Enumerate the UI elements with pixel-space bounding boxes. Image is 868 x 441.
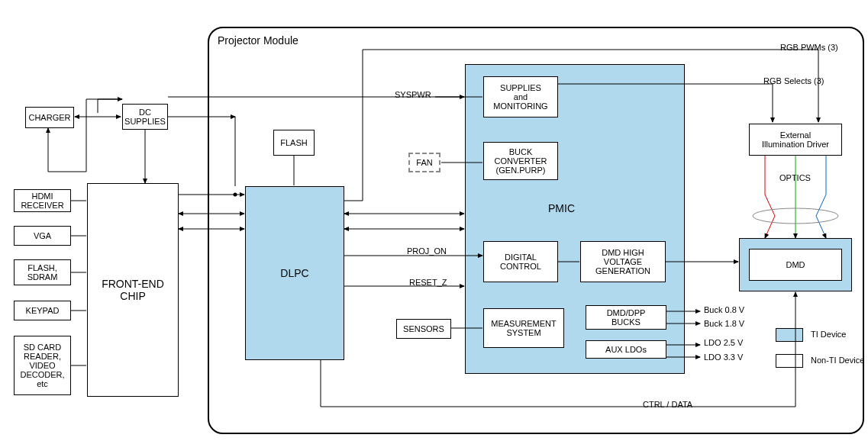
sensors-block: SENSORS [396, 319, 451, 339]
legend-nonti-swatch [776, 354, 803, 368]
syspwr-label: SYSPWR [395, 90, 431, 99]
pmic-buck-conv-label: BUCK CONVERTER (GEN.PURP) [495, 147, 547, 175]
ldo33-label: LDO 3.3 V [704, 352, 743, 362]
pmic-dmd-hv-block: DMD HIGH VOLTAGE GENERATION [580, 241, 666, 282]
sensors-label: SENSORS [403, 324, 444, 333]
keypad-block: KEYPAD [14, 301, 71, 320]
fan-label: FAN [416, 158, 432, 167]
legend-nonti-label: Non-TI Device [811, 356, 864, 365]
pmic-dmd-bucks-block: DMD/DPP BUCKS [586, 305, 666, 330]
charger-label: CHARGER [28, 113, 70, 122]
flash-sdram-block: FLASH, SDRAM [14, 259, 71, 285]
pmic-digital-block: DIGITAL CONTROL [483, 241, 558, 282]
buck08-label: Buck 0.8 V [704, 305, 744, 314]
pmic-measurement-label: MEASUREMENT SYSTEM [491, 319, 557, 337]
optics-label: OPTICS [779, 173, 811, 182]
legend-ti-swatch [776, 328, 803, 342]
dmd-block: DMD [749, 249, 842, 281]
flash-block: FLASH [273, 130, 315, 156]
ext-illum-label: External Illumination Driver [762, 130, 829, 149]
sdcard-block: SD CARD READER, VIDEO DECODER, etc [14, 336, 71, 395]
ctrl-data-label: CTRL / DATA [643, 400, 692, 409]
projector-module-title: Projector Module [218, 34, 298, 47]
legend-ti-label: TI Device [811, 330, 846, 339]
pmic-digital-label: DIGITAL CONTROL [500, 253, 541, 271]
pmic-aux-ldos-block: AUX LDOs [586, 340, 666, 359]
front-end-chip-label: FRONT-END CHIP [102, 278, 164, 302]
pmic-measurement-block: MEASUREMENT SYSTEM [483, 308, 564, 348]
fan-block: FAN [408, 153, 440, 172]
pmic-title: PMIC [548, 202, 575, 214]
dlpc-label: DLPC [280, 267, 308, 279]
pmic-buck-conv-block: BUCK CONVERTER (GEN.PURP) [483, 142, 558, 180]
hdmi-block: HDMI RECEIVER [14, 189, 71, 212]
proj-on-label: PROJ_ON [407, 246, 447, 256]
pmic-dmd-hv-label: DMD HIGH VOLTAGE GENERATION [595, 248, 650, 275]
dc-supplies-label: DC SUPPLIES [124, 108, 166, 126]
ext-illum-block: External Illumination Driver [749, 124, 842, 156]
dmd-label: DMD [786, 260, 805, 269]
keypad-label: KEYPAD [26, 306, 60, 315]
flash-label: FLASH [280, 138, 307, 147]
pmic-supplies-block: SUPPLIES and MONITORING [483, 76, 558, 117]
diagram-canvas: Projector Module CHARGER DC SUPPLIES HDM… [0, 0, 868, 441]
pmic-aux-ldos-label: AUX LDOs [605, 345, 647, 354]
rgb-pwms-label: RGB PWMs (3) [780, 43, 838, 52]
rgb-selects-label: RGB Selects (3) [763, 76, 824, 85]
pmic-supplies-label: SUPPLIES and MONITORING [493, 83, 547, 111]
dlpc-block: DLPC [245, 186, 344, 360]
pmic-dmd-bucks-label: DMD/DPP BUCKS [607, 308, 646, 327]
front-end-chip-block: FRONT-END CHIP [87, 183, 179, 397]
charger-block: CHARGER [25, 107, 74, 128]
vga-block: VGA [14, 226, 71, 246]
sdcard-label: SD CARD READER, VIDEO DECODER, etc [20, 343, 64, 388]
ldo25-label: LDO 2.5 V [704, 338, 743, 347]
dc-supplies-block: DC SUPPLIES [122, 104, 168, 130]
vga-label: VGA [34, 231, 51, 240]
reset-z-label: RESET_Z [409, 278, 447, 287]
flash-sdram-label: FLASH, SDRAM [27, 263, 58, 282]
hdmi-label: HDMI RECEIVER [21, 192, 63, 210]
buck18-label: Buck 1.8 V [704, 319, 744, 328]
